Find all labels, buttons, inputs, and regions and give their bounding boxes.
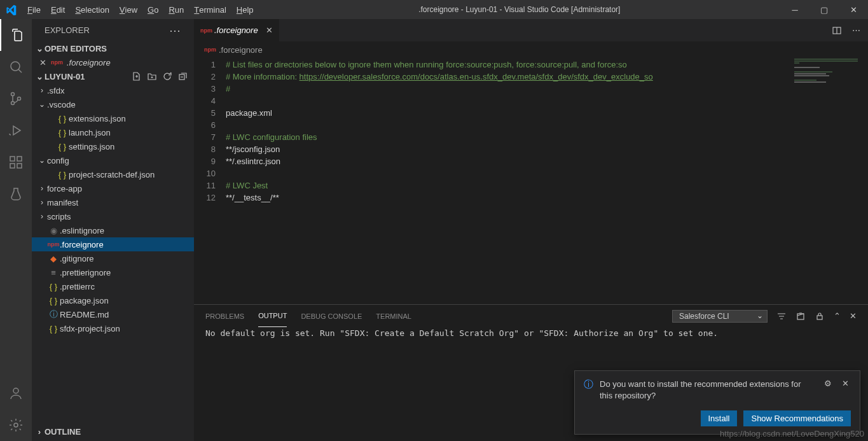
tree-item-label: package.json: [60, 296, 109, 305]
folder-header[interactable]: ⌄ LUYUN-01: [32, 69, 194, 83]
svg-rect-5: [10, 164, 15, 168]
tree-item-label: launch.json: [69, 128, 111, 137]
tree-item-launch-json[interactable]: { }launch.json: [32, 125, 194, 139]
menu-item-view[interactable]: View: [114, 0, 142, 19]
tree-item--gitignore[interactable]: ◆.gitignore: [32, 251, 194, 265]
install-button[interactable]: Install: [701, 410, 738, 426]
breadcrumb-file: .forceignore: [219, 45, 263, 55]
panel-toolbar: Salesforce CLI ⌃ ✕: [672, 310, 857, 323]
tree-item--vscode[interactable]: ⌄.vscode: [32, 97, 194, 111]
activity-search[interactable]: [0, 51, 32, 83]
tree-item-force-app[interactable]: ›force-app: [32, 181, 194, 195]
new-file-icon[interactable]: [132, 71, 142, 81]
file-icon: { }: [47, 282, 60, 291]
explorer-sidebar: EXPLORER ⋯ ⌄ OPEN EDITORS ✕ npm .forceig…: [32, 19, 194, 441]
open-editors-header[interactable]: ⌄ OPEN EDITORS: [32, 41, 194, 55]
tree-item-extensions-json[interactable]: { }extensions.json: [32, 111, 194, 125]
output-channel-select[interactable]: Salesforce CLI: [672, 310, 768, 323]
tree-item-label: sfdx-project.json: [60, 324, 120, 333]
file-icon: ◉: [47, 226, 60, 235]
menu-item-run[interactable]: Run: [163, 0, 189, 19]
tree-item--sfdx[interactable]: ›.sfdx: [32, 83, 194, 97]
close-window-button[interactable]: ✕: [839, 0, 868, 19]
panel-tabs: PROBLEMSOUTPUTDEBUG CONSOLETERMINAL Sale…: [194, 305, 868, 327]
tree-item-README-md[interactable]: ⓘREADME.md: [32, 307, 194, 321]
close-editor-icon[interactable]: ✕: [39, 58, 51, 67]
collapse-all-icon[interactable]: [177, 71, 188, 81]
svg-rect-4: [10, 157, 15, 161]
explorer-header: EXPLORER ⋯: [32, 19, 194, 41]
panel-close-icon[interactable]: ✕: [850, 311, 857, 321]
tree-item-scripts[interactable]: ›scripts: [32, 209, 194, 223]
npm-file-icon: npm: [204, 46, 216, 53]
activity-extensions[interactable]: [0, 146, 32, 178]
show-recommendations-button[interactable]: Show Recommendations: [743, 410, 851, 426]
window-controls: ─ ▢ ✕: [780, 0, 868, 19]
tree-item-label: .prettierignore: [60, 268, 111, 277]
chevron-icon: ›: [37, 198, 47, 207]
code-editor[interactable]: 123456789101112 # List files or director…: [194, 58, 868, 304]
tree-item-project-scratch-def-json[interactable]: { }project-scratch-def.json: [32, 167, 194, 181]
chevron-icon: ⌄: [37, 100, 47, 109]
new-folder-icon[interactable]: [147, 71, 157, 81]
open-editor-item[interactable]: ✕ npm .forceignore: [32, 55, 194, 69]
explorer-more-icon[interactable]: ⋯: [169, 24, 181, 38]
svg-point-9: [14, 423, 18, 427]
tree-item-label: force-app: [47, 184, 82, 193]
menu-item-go[interactable]: Go: [142, 0, 163, 19]
panel-tab-terminal[interactable]: TERMINAL: [376, 305, 411, 327]
menu-item-file[interactable]: File: [22, 0, 46, 19]
explorer-title: EXPLORER: [45, 25, 90, 35]
outline-header[interactable]: › OUTLINE: [32, 424, 194, 438]
activity-source-control[interactable]: [0, 83, 32, 115]
tree-item-package-json[interactable]: { }package.json: [32, 293, 194, 307]
tree-item--forceignore[interactable]: npm.forceignore: [32, 237, 194, 251]
menu-item-help[interactable]: Help: [231, 0, 259, 19]
breadcrumb[interactable]: npm .forceignore: [194, 41, 868, 58]
activity-settings[interactable]: [0, 409, 32, 441]
close-tab-icon[interactable]: ✕: [266, 25, 273, 35]
minimap[interactable]: [792, 58, 868, 304]
editor-actions: ⋯: [824, 19, 868, 41]
split-editor-icon[interactable]: [832, 25, 842, 36]
more-actions-icon[interactable]: ⋯: [852, 25, 860, 35]
tree-item-sfdx-project-json[interactable]: { }sfdx-project.json: [32, 321, 194, 335]
tree-item--prettierignore[interactable]: ≡.prettierignore: [32, 265, 194, 279]
file-icon: npm: [47, 241, 60, 248]
refresh-icon[interactable]: [162, 71, 172, 81]
tree-item-label: extensions.json: [69, 114, 126, 123]
panel-maximize-icon[interactable]: ⌃: [834, 311, 841, 321]
toast-message: Do you want to install the recommended e…: [600, 379, 816, 402]
tree-item-label: scripts: [47, 212, 71, 221]
activity-bar: [0, 19, 32, 441]
tree-item-config[interactable]: ⌄config: [32, 153, 194, 167]
activity-testing[interactable]: [0, 178, 32, 210]
info-icon: ⓘ: [584, 379, 593, 391]
maximize-button[interactable]: ▢: [809, 0, 839, 19]
panel-tab-problems[interactable]: PROBLEMS: [205, 305, 244, 327]
activity-explorer[interactable]: [0, 19, 32, 51]
panel-tab-debug-console[interactable]: DEBUG CONSOLE: [301, 305, 362, 327]
editor-tab[interactable]: npm .forceignore ✕: [194, 19, 280, 41]
tree-item-manifest[interactable]: ›manifest: [32, 195, 194, 209]
menu-item-selection[interactable]: Selection: [70, 0, 114, 19]
file-icon: { }: [56, 170, 69, 179]
panel-tab-output[interactable]: OUTPUT: [258, 305, 287, 327]
tree-item--prettierrc[interactable]: { }.prettierrc: [32, 279, 194, 293]
minimize-button[interactable]: ─: [780, 0, 809, 19]
chevron-icon: ›: [37, 212, 47, 221]
tree-item--eslintignore[interactable]: ◉.eslintignore: [32, 223, 194, 237]
open-editor-filename: .forceignore: [67, 58, 111, 67]
toast-settings-icon[interactable]: ⚙: [822, 379, 834, 388]
clear-output-icon[interactable]: [796, 311, 806, 321]
activity-accounts[interactable]: [0, 377, 32, 409]
tree-item-settings-json[interactable]: { }settings.json: [32, 139, 194, 153]
activity-run-debug[interactable]: [0, 115, 32, 146]
menu-item-edit[interactable]: Edit: [46, 0, 70, 19]
menu-item-terminal[interactable]: Terminal: [189, 0, 231, 19]
chevron-down-icon: ⌄: [34, 44, 45, 53]
lock-scroll-icon[interactable]: [815, 311, 825, 321]
code-content[interactable]: # List files or directories below to ign…: [226, 58, 792, 304]
filter-icon[interactable]: [776, 311, 787, 321]
toast-close-icon[interactable]: ✕: [840, 379, 851, 388]
